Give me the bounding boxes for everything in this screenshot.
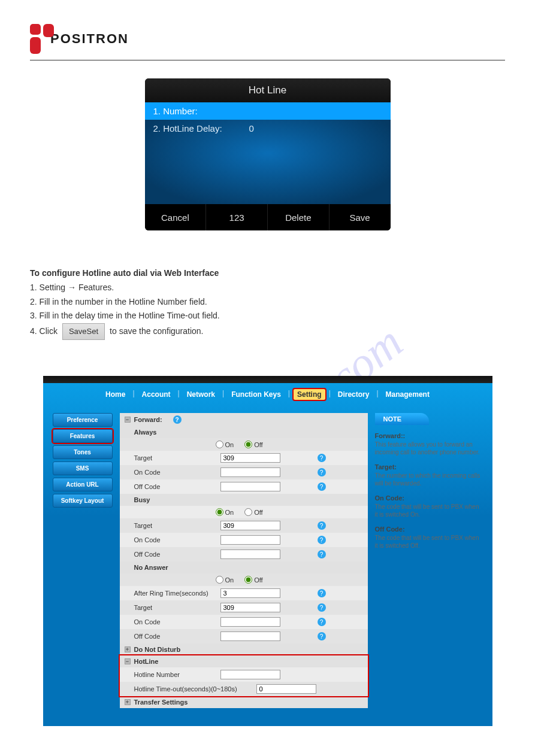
help-icon[interactable]: ?	[318, 536, 326, 544]
field-label: On Code	[125, 536, 220, 544]
row-label: 1. Number:	[153, 106, 249, 116]
sidebar-preference[interactable]: Preference	[53, 413, 113, 427]
help-icon[interactable]: ?	[318, 618, 326, 626]
saveset-button[interactable]: SaveSet	[62, 323, 105, 340]
note-heading: On Code:	[375, 494, 483, 502]
brand-name: POSITRON	[50, 31, 129, 47]
sidebar-softkey-layout[interactable]: Softkey Layout	[53, 494, 113, 508]
svg-rect-0	[30, 24, 41, 35]
sidebar-features[interactable]: Features	[53, 429, 113, 443]
hotline-number-row[interactable]: 1. Number:	[145, 102, 391, 120]
always-oncode-input[interactable]	[220, 467, 280, 477]
field-label: Off Code	[125, 633, 220, 640]
phone-screen: Hot Line 1. Number: 2. HotLine Delay: 0 …	[145, 78, 391, 230]
nav-management[interactable]: Management	[382, 389, 433, 400]
help-icon[interactable]: ?	[318, 603, 326, 612]
help-icon[interactable]: ?	[318, 632, 326, 640]
field-label: On Code	[125, 469, 220, 476]
features-panel: − Forward: ? Always On Off Target? On Co…	[120, 413, 368, 708]
busy-off-radio[interactable]: Off	[244, 508, 262, 516]
note-text: This feature allows you to forward an in…	[375, 441, 483, 456]
forward-section[interactable]: − Forward: ?	[120, 413, 368, 426]
dnd-section[interactable]: + Do Not Disturb	[120, 643, 368, 655]
busy-subsection: Busy	[120, 494, 368, 506]
expand-icon[interactable]: +	[125, 646, 131, 652]
help-icon[interactable]: ?	[318, 468, 326, 476]
top-nav: Home| Account| Network| Function Keys| S…	[43, 383, 492, 406]
field-label: On Code	[125, 618, 220, 626]
nav-directory[interactable]: Directory	[334, 389, 373, 400]
transfer-section[interactable]: + Transfer Settings	[120, 696, 368, 708]
field-label: Hotline Number	[125, 671, 220, 678]
collapse-icon[interactable]: −	[125, 417, 131, 423]
always-on-radio[interactable]: On	[216, 441, 234, 448]
note-heading: Forward::	[375, 432, 483, 439]
noanswer-target-input[interactable]	[220, 603, 280, 612]
settings-sidebar: Preference Features Tones SMS Action URL…	[53, 413, 113, 508]
collapse-icon[interactable]: −	[125, 658, 131, 664]
nav-network[interactable]: Network	[183, 389, 219, 400]
noanswer-on-radio[interactable]: On	[216, 576, 234, 584]
hotline-number-input[interactable]	[220, 670, 280, 679]
phone-screen-title: Hot Line	[145, 78, 391, 102]
instruction-block: To configure Hotline auto dial via Web I…	[30, 266, 505, 340]
help-icon[interactable]: ?	[318, 454, 326, 462]
softkey-bar: Cancel 123 Delete Save	[145, 204, 391, 230]
sidebar-tones[interactable]: Tones	[53, 445, 113, 459]
hotline-timeout-input[interactable]	[256, 684, 316, 694]
field-label: Target	[125, 604, 220, 611]
busy-offcode-input[interactable]	[220, 549, 280, 559]
field-label: Target	[125, 522, 220, 529]
note-heading: Target:	[375, 463, 483, 470]
svg-rect-2	[30, 37, 41, 54]
help-icon[interactable]: ?	[318, 589, 326, 597]
always-subsection: Always	[120, 426, 368, 438]
softkey-cancel[interactable]: Cancel	[145, 204, 206, 230]
field-label: Hotline Time-out(seconds)(0~180s)	[125, 685, 256, 693]
noanswer-oncode-input[interactable]	[220, 617, 280, 627]
note-text: The code that will be sent to PBX when i…	[375, 534, 483, 549]
row-label: 2. HotLine Delay:	[153, 123, 249, 133]
hotline-section[interactable]: − HotLine	[120, 655, 368, 667]
instruction-step: 3. Fill in the delay time in the Hotline…	[30, 309, 505, 323]
webui-screenshot: Home| Account| Network| Function Keys| S…	[43, 376, 492, 726]
instruction-step: 4. Click	[30, 324, 58, 339]
softkey-123[interactable]: 123	[205, 204, 267, 230]
field-label: Off Code	[125, 483, 220, 490]
nav-setting[interactable]: Setting	[294, 389, 325, 400]
note-tab: NOTE	[375, 413, 429, 425]
help-icon[interactable]: ?	[318, 521, 326, 530]
nav-function-keys[interactable]: Function Keys	[228, 389, 285, 400]
hotline-delay-row[interactable]: 2. HotLine Delay: 0	[145, 120, 391, 137]
help-icon[interactable]: ?	[173, 415, 182, 424]
always-off-radio[interactable]: Off	[244, 441, 262, 448]
sidebar-action-url[interactable]: Action URL	[53, 478, 113, 491]
expand-icon[interactable]: +	[125, 699, 131, 705]
note-text: The code that will be sent to PBX when i…	[375, 503, 483, 518]
help-icon[interactable]: ?	[318, 550, 326, 558]
noanswer-off-radio[interactable]: Off	[244, 576, 262, 584]
busy-target-input[interactable]	[220, 521, 280, 530]
field-label: After Ring Time(seconds)	[125, 590, 220, 597]
row-value: 0	[249, 123, 254, 133]
afterring-input[interactable]	[220, 588, 280, 598]
always-target-input[interactable]	[220, 453, 280, 463]
softkey-delete[interactable]: Delete	[267, 204, 329, 230]
noanswer-subsection: No Answer	[120, 561, 368, 573]
always-offcode-input[interactable]	[220, 482, 280, 491]
brand-header: POSITRON	[30, 24, 505, 54]
softkey-save[interactable]: Save	[329, 204, 391, 230]
busy-oncode-input[interactable]	[220, 535, 280, 545]
instruction-heading: To configure Hotline auto dial via Web I…	[30, 266, 219, 281]
nav-home[interactable]: Home	[102, 389, 129, 400]
noanswer-offcode-input[interactable]	[220, 631, 280, 641]
hotline-highlight-box: − HotLine Hotline Number Hotline Time-ou…	[120, 655, 368, 696]
field-label: Target	[125, 454, 220, 462]
note-heading: Off Code:	[375, 526, 483, 533]
field-label: Off Code	[125, 551, 220, 558]
busy-on-radio[interactable]: On	[216, 508, 234, 516]
nav-account[interactable]: Account	[138, 389, 174, 400]
note-panel: NOTE Forward:: This feature allows you t…	[375, 413, 483, 549]
sidebar-sms[interactable]: SMS	[53, 462, 113, 475]
help-icon[interactable]: ?	[318, 482, 326, 491]
